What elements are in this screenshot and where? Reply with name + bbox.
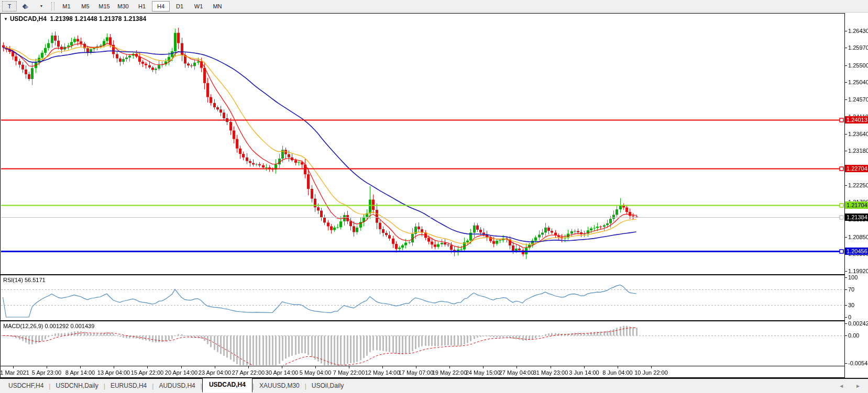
chart-symbol: USDCAD,H4 bbox=[10, 15, 47, 23]
rsi-axis-tick bbox=[844, 305, 847, 306]
price-axis-label: 1.22250 bbox=[848, 183, 868, 188]
time-axis-label: 5 May 04:00 bbox=[300, 369, 332, 376]
chart-tab-usoil[interactable]: USOil,Daily bbox=[306, 379, 349, 392]
time-axis-label: 12 May 14:00 bbox=[365, 369, 400, 376]
macd-axis-label: -0.0054 bbox=[848, 361, 867, 366]
time-axis-label: 31 Mar 2021 bbox=[0, 369, 29, 376]
price-badge: 1.21704 bbox=[845, 201, 868, 209]
rsi-axis-label: 70 bbox=[848, 287, 854, 293]
tab-scroll-right-icon[interactable]: ► bbox=[855, 383, 861, 389]
tab-scroll-arrows: ◄ ► bbox=[839, 383, 868, 389]
price-axis-label: 1.24570 bbox=[848, 97, 868, 103]
macd-axis-tick bbox=[844, 335, 847, 336]
time-axis-label: 3 Jun 14:00 bbox=[569, 369, 599, 376]
price-axis-tick bbox=[844, 185, 847, 186]
time-axis-tick bbox=[282, 366, 282, 368]
price-chart-canvas[interactable] bbox=[0, 0, 868, 393]
time-axis-label: 23 Apr 04:00 bbox=[199, 369, 231, 376]
time-axis-tick bbox=[181, 366, 182, 368]
tab-scroll-left-icon[interactable]: ◄ bbox=[839, 383, 844, 389]
rsi-indicator-label: RSI(14) 56.5171 bbox=[3, 277, 46, 283]
time-axis-label: 8 Apr 14:00 bbox=[65, 369, 95, 376]
price-axis-label: 1.25500 bbox=[848, 63, 868, 69]
price-badge: 1.24013 bbox=[845, 116, 868, 123]
rsi-axis-label: 0 bbox=[848, 315, 851, 320]
time-axis-label: 19 May 22:00 bbox=[432, 369, 467, 376]
time-axis-tick bbox=[449, 366, 450, 368]
price-axis-tick bbox=[844, 237, 847, 238]
price-axis-label: 1.23180 bbox=[848, 148, 868, 154]
price-axis-label: 1.26430 bbox=[848, 28, 868, 34]
rsi-axis-label: 100 bbox=[848, 275, 858, 280]
chart-tab-audusd[interactable]: AUDUSD,H4 bbox=[153, 379, 200, 392]
rsi-axis-tick bbox=[844, 289, 847, 290]
time-axis-label: 27 Apr 22:00 bbox=[232, 369, 265, 376]
time-axis-label: 15 Apr 22:00 bbox=[131, 369, 163, 376]
time-axis-tick bbox=[114, 366, 114, 368]
time-axis-label: 30 Apr 14:00 bbox=[266, 369, 298, 376]
chart-title: ▼USDCAD,H4 1.21398 1.21448 1.21378 1.213… bbox=[4, 15, 146, 23]
time-axis-label: 13 Apr 04:00 bbox=[97, 369, 130, 376]
price-axis-tick bbox=[844, 82, 847, 83]
time-axis-label: 5 Apr 23:00 bbox=[32, 369, 61, 376]
time-axis-label: 8 Jun 04:00 bbox=[602, 369, 633, 376]
chart-tab-usdcad[interactable]: USDCAD,H4 bbox=[202, 378, 252, 392]
time-axis-label: 17 May 07:00 bbox=[399, 369, 434, 376]
price-axis-tick bbox=[844, 271, 847, 272]
rsi-axis-label: 30 bbox=[848, 302, 854, 308]
price-axis-label: 1.20850 bbox=[848, 234, 868, 240]
time-axis-label: 31 May 23:00 bbox=[533, 369, 568, 376]
time-axis-tick bbox=[248, 366, 249, 368]
price-badge: 1.21384 bbox=[845, 214, 868, 221]
chart-tab-usdcnh[interactable]: USDCNH,Daily bbox=[50, 379, 103, 392]
time-axis-label: 24 May 15:00 bbox=[466, 369, 501, 376]
rsi-axis-tick bbox=[844, 317, 847, 318]
chart-tab-usdchf[interactable]: USDCHF,H4 bbox=[3, 379, 49, 392]
time-axis-tick bbox=[618, 366, 618, 368]
macd-axis-tick bbox=[844, 363, 847, 364]
price-badge: 1.20456 bbox=[845, 248, 868, 255]
symbol-caret-icon[interactable]: ▼ bbox=[4, 17, 8, 21]
macd-axis-tick bbox=[844, 323, 847, 324]
price-axis-tick bbox=[844, 134, 847, 134]
time-axis-tick bbox=[13, 366, 14, 368]
price-axis-tick bbox=[844, 48, 847, 48]
time-axis-tick bbox=[382, 366, 383, 368]
time-axis-tick bbox=[651, 366, 652, 368]
time-axis-tick bbox=[315, 366, 316, 368]
macd-axis-label: 0.00 bbox=[848, 333, 859, 339]
chart-ohlc-values: 1.21398 1.21448 1.21378 1.21384 bbox=[50, 15, 147, 23]
price-axis-label: 1.19920 bbox=[848, 268, 868, 274]
time-axis-tick bbox=[483, 366, 484, 368]
time-axis-tick bbox=[416, 366, 416, 368]
time-axis-tick bbox=[584, 366, 585, 368]
chart-tab-bar: USDCHF,H4|USDCNH,Daily|EURUSD,H4|AUDUSD,… bbox=[0, 378, 868, 393]
time-axis-tick bbox=[215, 366, 215, 368]
rsi-axis-tick bbox=[844, 277, 847, 278]
macd-axis-label: 0.002429 bbox=[848, 321, 868, 327]
time-axis-label: 27 May 04:00 bbox=[499, 369, 534, 376]
price-badge: 1.22704 bbox=[845, 165, 868, 172]
time-axis-tick bbox=[349, 366, 349, 368]
macd-indicator-label: MACD(12,26,9) 0.001292 0.001439 bbox=[3, 323, 94, 329]
time-axis-tick bbox=[551, 366, 551, 368]
price-axis-tick bbox=[844, 151, 847, 151]
price-axis-label: 1.25040 bbox=[848, 80, 868, 85]
time-axis-label: 7 May 22:00 bbox=[333, 369, 365, 376]
time-axis-tick bbox=[80, 366, 81, 368]
time-axis-tick bbox=[517, 366, 517, 368]
chart-tab-xauusd[interactable]: XAUUSD,M30 bbox=[254, 379, 305, 392]
price-axis-tick bbox=[844, 99, 847, 100]
time-axis-label: 10 Jun 22:00 bbox=[634, 369, 668, 376]
mt4-application: T ▾ M1M5M15M30H1H4D1W1MN ▼USDCAD,H4 1.21… bbox=[0, 0, 868, 393]
time-axis-tick bbox=[47, 366, 47, 368]
price-axis-tick bbox=[844, 31, 847, 31]
price-axis-tick bbox=[844, 65, 847, 66]
chart-tab-eurusd[interactable]: EURUSD,H4 bbox=[105, 379, 152, 392]
time-axis-label: 20 Apr 14:00 bbox=[165, 369, 197, 376]
chart-tabs: USDCHF,H4|USDCNH,Daily|EURUSD,H4|AUDUSD,… bbox=[3, 379, 349, 392]
time-axis-tick bbox=[147, 366, 148, 368]
price-axis-label: 1.23640 bbox=[848, 131, 868, 137]
price-axis-label: 1.25970 bbox=[848, 45, 868, 51]
